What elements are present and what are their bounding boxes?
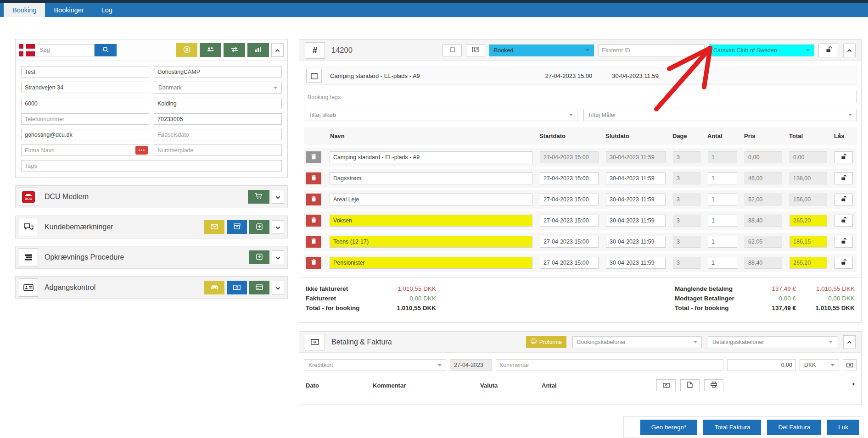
row-name-input[interactable] <box>330 257 532 269</box>
collapse-booking-button[interactable] <box>843 44 856 57</box>
proforma-button[interactable]: Proforma <box>526 336 566 348</box>
row-name-input[interactable] <box>330 194 532 205</box>
country-select[interactable]: Danmark <box>154 82 282 94</box>
delete-row-button[interactable] <box>306 151 321 163</box>
row-end-input[interactable] <box>606 257 666 269</box>
footer-button[interactable]: Luk <box>827 420 859 435</box>
row-qty-input[interactable] <box>708 215 737 227</box>
dcu-cart-button[interactable] <box>248 190 269 204</box>
nav-tab[interactable]: Bookinger <box>45 3 92 17</box>
row-end-input[interactable] <box>606 236 666 248</box>
collapse-customer-button[interactable] <box>271 43 284 57</box>
booking-tags-input[interactable] <box>304 91 857 103</box>
contact-card-button[interactable] <box>466 44 485 56</box>
company-input[interactable] <box>21 144 149 156</box>
search-input[interactable] <box>36 44 95 56</box>
external-id-input[interactable] <box>598 44 705 56</box>
group-button[interactable] <box>200 43 221 57</box>
nav-tab[interactable]: Booking <box>4 3 45 17</box>
birthdate-input[interactable] <box>154 129 282 140</box>
expand-access-button[interactable] <box>272 281 284 294</box>
search-button[interactable] <box>95 44 117 56</box>
row-lock-button[interactable] <box>834 151 853 163</box>
row-qty-input[interactable] <box>708 257 737 269</box>
send-mail-button[interactable] <box>204 220 224 234</box>
card-access-button[interactable] <box>249 281 269 294</box>
row-start-input[interactable] <box>540 172 599 184</box>
add-addon-select[interactable]: Tilføj tilkøb <box>304 109 577 121</box>
section-opkraevnings-procedure[interactable]: Opkrævnings Procedure <box>15 246 288 269</box>
checkbox-button[interactable] <box>442 44 462 56</box>
row-name-input[interactable] <box>330 172 532 184</box>
add-meter-select[interactable]: Tilføj Måler <box>583 109 857 121</box>
nav-tab[interactable]: Log <box>93 3 121 17</box>
row-qty-input[interactable] <box>708 194 737 205</box>
swap-button[interactable] <box>224 43 245 57</box>
collapse-payment-button[interactable] <box>843 335 856 349</box>
row-end-input[interactable] <box>606 194 666 205</box>
row-qty-input[interactable] <box>708 151 737 163</box>
payment-method-select[interactable]: Kreditkort <box>304 359 446 371</box>
row-lock-button[interactable] <box>834 194 853 205</box>
row-end-input[interactable] <box>606 151 666 163</box>
add-note-button[interactable] <box>249 220 269 234</box>
stats-button[interactable] <box>247 43 269 57</box>
email-input[interactable] <box>21 129 149 140</box>
company-more-button[interactable] <box>135 146 148 155</box>
car-access-button[interactable] <box>204 281 224 294</box>
row-end-input[interactable] <box>606 172 666 184</box>
row-name-input[interactable] <box>330 236 532 248</box>
row-qty-input[interactable] <box>708 236 737 248</box>
delete-row-button[interactable] <box>306 215 321 227</box>
row-start-input[interactable] <box>540 236 599 248</box>
customer-name-input[interactable] <box>21 66 149 78</box>
payment-templates-select[interactable]: Betalingsskabeloner <box>708 336 837 348</box>
expand-notes-button[interactable] <box>272 220 284 234</box>
archive-button[interactable] <box>227 220 247 234</box>
row-start-input[interactable] <box>540 151 599 163</box>
booking-unit-row[interactable]: Camping standard - EL-plads - A9 27-04-2… <box>304 67 857 85</box>
tags-input[interactable] <box>21 160 282 172</box>
add-payment-button[interactable] <box>843 359 857 371</box>
new-document-button[interactable] <box>680 379 700 391</box>
status-select[interactable]: Booked <box>489 44 594 56</box>
row-name-input[interactable] <box>330 215 532 227</box>
delete-row-button[interactable] <box>306 257 321 269</box>
add-procedure-button[interactable] <box>249 250 269 264</box>
street-input[interactable] <box>21 82 149 93</box>
row-lock-button[interactable] <box>834 257 853 269</box>
row-end-input[interactable] <box>606 215 666 227</box>
payment-comment-input[interactable] <box>496 359 723 371</box>
camp-name-input[interactable] <box>154 66 282 78</box>
payment-date[interactable]: 27-04-2023 <box>450 359 492 371</box>
print-button[interactable] <box>704 379 723 391</box>
footer-button[interactable]: Total Faktura <box>703 420 761 435</box>
row-start-input[interactable] <box>540 257 599 269</box>
section-adgangskontrol[interactable]: Adgangskontrol <box>15 276 288 299</box>
phone-input[interactable] <box>21 113 149 125</box>
delete-row-button[interactable] <box>306 236 321 248</box>
city-input[interactable] <box>154 98 282 109</box>
cash-access-button[interactable] <box>227 281 247 294</box>
row-lock-button[interactable] <box>834 215 853 227</box>
footer-button[interactable]: Gen beregn* <box>640 420 698 435</box>
phone2-input[interactable] <box>154 113 282 125</box>
plate-input[interactable] <box>154 144 282 156</box>
row-name-input[interactable] <box>330 151 532 163</box>
footer-button[interactable]: Del Faktura <box>767 420 821 435</box>
row-start-input[interactable] <box>540 194 599 205</box>
expand-procedure-button[interactable] <box>272 250 284 264</box>
section-kundebemaerkninger[interactable]: Kundebemærkninger <box>15 216 288 238</box>
delete-row-button[interactable] <box>306 172 321 184</box>
row-start-input[interactable] <box>540 215 599 227</box>
pay-cash-button[interactable] <box>656 379 676 391</box>
zip-input[interactable] <box>21 98 149 109</box>
row-qty-input[interactable] <box>708 172 737 184</box>
payment-amount-input[interactable] <box>727 359 796 371</box>
delete-row-button[interactable] <box>306 194 321 205</box>
currency-select[interactable]: DKK <box>800 359 839 371</box>
club-select[interactable]: Caravan Club of Sweden <box>709 44 814 56</box>
row-lock-button[interactable] <box>834 236 853 248</box>
row-lock-button[interactable] <box>834 172 853 184</box>
booking-templates-select[interactable]: Bookingskabeloner <box>572 336 702 348</box>
